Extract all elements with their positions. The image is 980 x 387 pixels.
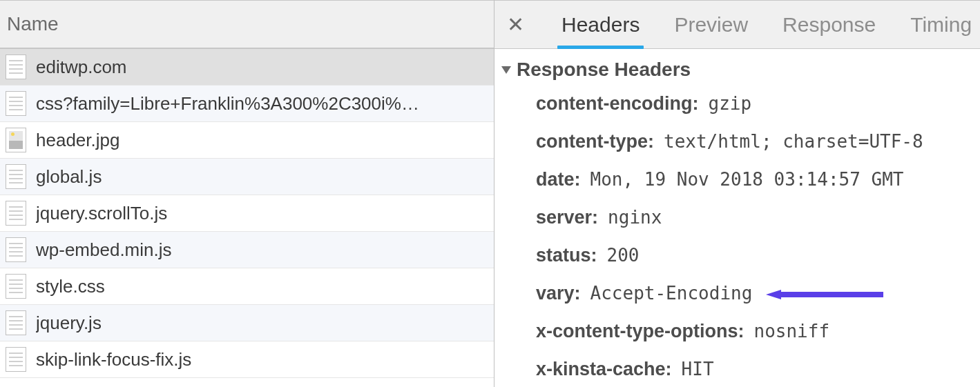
header-key: status:	[536, 245, 597, 266]
response-headers-list: content-encoding:gzipcontent-type:text/h…	[501, 93, 974, 380]
document-file-icon	[6, 91, 26, 116]
details-tab-bar: ✕ HeadersPreviewResponseTiming	[494, 0, 980, 49]
header-value: nosniff	[753, 321, 829, 341]
header-row: x-kinsta-cache:HIT	[536, 359, 974, 380]
table-row[interactable]: css?family=Libre+Franklin%3A300%2C300i%…	[0, 86, 494, 122]
request-name-label: editwp.com	[36, 57, 488, 78]
header-row: status:200	[536, 245, 974, 266]
document-file-icon	[6, 274, 26, 299]
request-name-label: jquery.scrollTo.js	[36, 203, 488, 224]
header-key: x-content-type-options:	[536, 321, 744, 342]
request-name-label: header.jpg	[36, 130, 488, 151]
table-row[interactable]: jquery.js	[0, 305, 494, 341]
header-value: text/html; charset=UTF-8	[664, 131, 923, 152]
requests-list: editwp.comcss?family=Libre+Franklin%3A30…	[0, 49, 494, 378]
request-name-label: global.js	[36, 166, 488, 188]
header-row: content-type:text/html; charset=UTF-8	[536, 131, 974, 152]
header-value: HIT	[682, 359, 714, 379]
request-name-label: skip-link-focus-fix.js	[36, 349, 488, 370]
table-row[interactable]: style.css	[0, 268, 494, 305]
table-row[interactable]: skip-link-focus-fix.js	[0, 341, 494, 378]
document-file-icon	[6, 347, 26, 372]
document-file-icon	[6, 310, 26, 335]
table-row[interactable]: editwp.com	[0, 49, 494, 86]
header-key: vary:	[536, 283, 581, 304]
header-row: server:nginx	[536, 207, 974, 228]
tab-response[interactable]: Response	[781, 1, 877, 48]
request-name-label: wp-embed.min.js	[36, 239, 488, 261]
header-key: content-type:	[536, 131, 654, 152]
headers-body: Response Headers content-encoding:gzipco…	[494, 49, 980, 387]
table-row[interactable]: header.jpg	[0, 122, 494, 159]
header-value: gzip	[708, 93, 751, 114]
devtools-network-panel: Name editwp.comcss?family=Libre+Franklin…	[0, 0, 980, 387]
tabs-host: HeadersPreviewResponseTiming	[560, 1, 973, 48]
header-key: server:	[536, 207, 598, 228]
header-row: x-content-type-options:nosniff	[536, 321, 974, 342]
requests-panel: Name editwp.comcss?family=Libre+Franklin…	[0, 0, 494, 387]
image-file-icon	[6, 128, 26, 152]
document-file-icon	[6, 201, 26, 226]
response-headers-section-label: Response Headers	[517, 59, 691, 81]
svg-marker-1	[766, 290, 781, 299]
close-icon[interactable]: ✕	[503, 14, 528, 35]
request-name-label: css?family=Libre+Franklin%3A300%2C300i%…	[36, 93, 488, 115]
table-row[interactable]: wp-embed.min.js	[0, 232, 494, 268]
document-file-icon	[6, 54, 26, 79]
header-row: content-encoding:gzip	[536, 93, 974, 115]
chevron-down-icon	[501, 66, 511, 74]
tab-timing[interactable]: Timing	[909, 1, 973, 48]
document-file-icon	[6, 164, 26, 189]
header-value: Mon, 19 Nov 2018 03:14:57 GMT	[590, 169, 904, 190]
header-value: nginx	[608, 207, 662, 228]
header-value: Accept-Encoding	[590, 283, 753, 304]
annotation-arrow-icon	[766, 290, 883, 299]
request-name-label: style.css	[36, 276, 488, 297]
tab-headers[interactable]: Headers	[560, 1, 641, 48]
response-headers-section-toggle[interactable]: Response Headers	[501, 59, 974, 81]
document-file-icon	[6, 237, 26, 262]
header-key: date:	[536, 169, 581, 190]
header-value: 200	[607, 245, 640, 266]
header-row: vary:Accept-Encoding	[536, 283, 974, 304]
header-row: date:Mon, 19 Nov 2018 03:14:57 GMT	[536, 169, 974, 190]
details-panel: ✕ HeadersPreviewResponseTiming Response …	[494, 0, 980, 387]
requests-column-header-name[interactable]: Name	[0, 0, 494, 49]
tab-preview[interactable]: Preview	[673, 1, 749, 48]
header-key: x-kinsta-cache:	[536, 359, 672, 380]
request-name-label: jquery.js	[36, 312, 488, 334]
table-row[interactable]: jquery.scrollTo.js	[0, 195, 494, 232]
table-row[interactable]: global.js	[0, 159, 494, 195]
header-key: content-encoding:	[536, 93, 698, 115]
